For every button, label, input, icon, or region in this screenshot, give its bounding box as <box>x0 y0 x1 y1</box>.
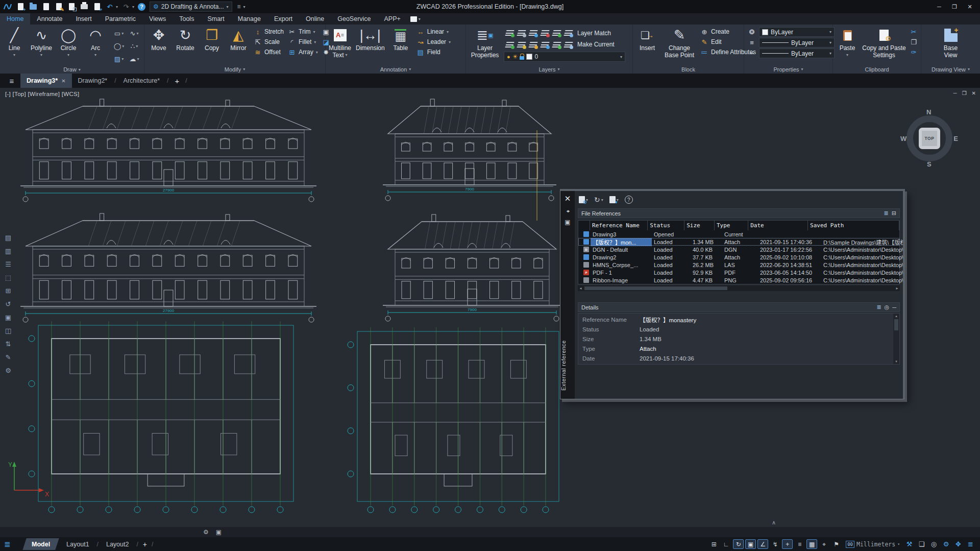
layer-tool-icon[interactable] <box>562 27 574 39</box>
layer-tool-icon[interactable] <box>504 39 516 51</box>
circle-button[interactable]: ◯ Circle▾ <box>57 26 80 65</box>
app-menu-icon[interactable]: ≣ <box>965 539 976 549</box>
print-button[interactable] <box>80 2 89 11</box>
palette-autohide-icon[interactable]: ◂▸ <box>566 208 569 213</box>
xref-table-row[interactable]: Ribbon-Image Loaded 4.47 KB PNG 2025-09-… <box>578 276 899 284</box>
stretch-button[interactable]: ↕ Stretch <box>254 27 284 37</box>
copy-paste-settings-button[interactable]: ⚙ Copy and Paste Settings <box>862 26 906 65</box>
menu-tab-annotate[interactable]: Annotate <box>30 13 69 25</box>
grid-toggle[interactable]: ⊞ <box>708 539 719 549</box>
fullscreen-icon[interactable]: ✥ <box>953 539 964 549</box>
panel-label-layers[interactable]: Layers▾ <box>466 65 632 74</box>
menu-tab-home[interactable]: Home <box>0 13 30 25</box>
workspace-switcher[interactable]: ⚙ 2D Drafting & Annota... ▾ <box>150 2 232 12</box>
menu-tab-online[interactable]: Online <box>299 13 331 25</box>
polar-toggle[interactable]: ↻ <box>733 539 744 549</box>
layer-match-button[interactable]: Layer Match <box>577 28 615 39</box>
help-button[interactable]: ? <box>138 3 145 11</box>
xref-table-row[interactable]: D DGN - Default Loaded 40.0 KB DGN 2023-… <box>578 246 899 253</box>
mirror-button[interactable]: ◭ Mirror <box>227 26 250 65</box>
doc-restore-icon[interactable]: ❐ <box>962 90 967 96</box>
layout1-tab[interactable]: Layout1 <box>60 537 95 551</box>
xref-table-row[interactable]: P PDF - 1 Loaded 92.9 KB PDF 2023-06-05 … <box>578 269 899 276</box>
otrack-toggle[interactable]: ∠ <box>757 539 768 549</box>
make-current-button[interactable]: Make Current <box>577 39 615 50</box>
cut-button[interactable]: ✂ <box>910 27 918 37</box>
tree-view-icon[interactable]: ⊟ <box>892 210 896 217</box>
save-button[interactable] <box>41 2 51 11</box>
redo-button[interactable]: ↷ <box>121 2 131 11</box>
layer-tool-icon[interactable] <box>516 39 527 51</box>
layer-tool-icon[interactable] <box>551 27 562 39</box>
model-tab[interactable]: Model <box>21 537 60 551</box>
layer-tool-icon[interactable] <box>551 39 562 51</box>
menu-tab-geoservice[interactable]: GeoService <box>331 13 377 25</box>
new-file-button[interactable]: + <box>16 2 25 11</box>
insert-block-button[interactable]: ❏→ Insert <box>636 26 658 65</box>
color-combo[interactable]: ByLayer ▾ <box>759 27 835 37</box>
menu-tab-export[interactable]: Export <box>267 13 299 25</box>
panel-label-annotation[interactable]: Annotation▾ <box>326 65 465 74</box>
viewport-controls-label[interactable]: [-] [Top] [Wireframe] [WCS] <box>5 91 79 97</box>
layer-tool-icon[interactable] <box>562 39 574 51</box>
menu-tab-app[interactable]: APP+ <box>378 13 407 25</box>
ribbon-display-toggle[interactable]: ▾ <box>410 16 421 22</box>
scale-button[interactable]: ⇱ Scale <box>254 37 284 47</box>
details-collapse-icon[interactable]: ─ <box>892 304 896 310</box>
compass-north[interactable]: N <box>926 108 931 116</box>
panel-label-drawing-view[interactable]: Drawing View▾ <box>921 65 980 74</box>
layer-combo[interactable]: ● ☀ 0 ▾ <box>504 52 625 62</box>
layer-tool-icon[interactable] <box>516 27 527 39</box>
maximize-button[interactable]: ❐ <box>947 2 962 12</box>
palette-close-icon[interactable]: ✕ <box>565 194 571 203</box>
preview-button[interactable]: ⌕ <box>92 2 102 11</box>
dock-gear-icon[interactable]: ⚙ <box>203 529 209 536</box>
settings-gear-icon[interactable]: ⚙ <box>941 539 951 549</box>
layer-tool-icon[interactable] <box>527 27 539 39</box>
add-layout-button[interactable]: + <box>140 540 150 548</box>
doc-close-icon[interactable]: ✕ <box>972 90 976 96</box>
compass-east[interactable]: E <box>953 135 958 142</box>
document-tab-architecture[interactable]: Architecture*✕ <box>117 74 166 88</box>
view-compass[interactable]: N W E S TOP <box>899 108 960 169</box>
annotate-pen-icon[interactable]: ✎ <box>1 351 15 363</box>
table-button[interactable]: ▦ Table <box>389 26 412 65</box>
vertical-scrollbar[interactable]: ▴ ▾ <box>893 314 899 364</box>
revcloud-icon[interactable]: ☁▾ <box>127 53 142 65</box>
minimize-button[interactable]: ─ <box>932 2 946 12</box>
help-button[interactable]: ? <box>625 196 633 204</box>
solid-view-icon[interactable]: ▣ <box>1 312 15 323</box>
arc-button[interactable]: ◠ Arc▾ <box>84 26 107 65</box>
panel-label-draw[interactable]: Draw▾ <box>0 65 144 74</box>
column-header[interactable]: Status <box>648 221 684 230</box>
column-header[interactable]: Date <box>748 221 808 230</box>
layout-compare-icon[interactable]: ◫ <box>1 325 15 336</box>
move-button[interactable]: ✥ Move <box>148 26 170 65</box>
multiline-text-button[interactable]: A≡ Multiline Text▾ <box>329 26 351 65</box>
list-view-icon[interactable]: ≣ <box>884 210 889 217</box>
lineweight-toggle[interactable]: ≡ <box>794 539 805 549</box>
osnap-toggle[interactable]: ▣ <box>745 539 756 549</box>
layer-tool-icon[interactable] <box>539 39 551 51</box>
swap-icon[interactable]: ⇅ <box>1 338 15 349</box>
new-drawing-tab-button[interactable]: + <box>170 77 183 85</box>
dock-panel-icon[interactable]: ▣ <box>216 529 222 536</box>
layer-tool-icon[interactable] <box>527 39 539 51</box>
linetype-combo[interactable]: ByLayer ▾ <box>759 49 835 58</box>
panel-label-modify[interactable]: Modify▾ <box>144 65 325 74</box>
copy-button[interactable]: ❐ Copy <box>201 26 223 65</box>
menu-tab-parametric[interactable]: Parametric <box>99 13 142 25</box>
open-folder-button[interactable] <box>29 2 38 11</box>
copy-clip-button[interactable]: ❐ <box>910 37 918 47</box>
ortho-toggle[interactable]: ∟ <box>721 539 731 549</box>
drawing-area[interactable]: 279007900279007900 [-] [Top] [Wireframe]… <box>0 88 980 537</box>
rotate-button[interactable]: ↻ Rotate <box>174 26 197 65</box>
undo-button[interactable]: ↶ <box>105 2 114 11</box>
offset-button[interactable]: ≋ Offset <box>254 47 284 57</box>
column-header[interactable]: Reference Name <box>590 221 648 230</box>
document-tab-drawing2[interactable]: Drawing2*✕ <box>72 74 114 88</box>
rectangle-icon[interactable]: ▭▾ <box>111 27 127 40</box>
command-line-collapse-icon[interactable]: ∧ <box>772 519 776 526</box>
change-base-point-button[interactable]: ✎ Change Base Point <box>663 26 696 65</box>
xref-table-row[interactable]: Drawing3 Opened Current <box>578 230 899 238</box>
